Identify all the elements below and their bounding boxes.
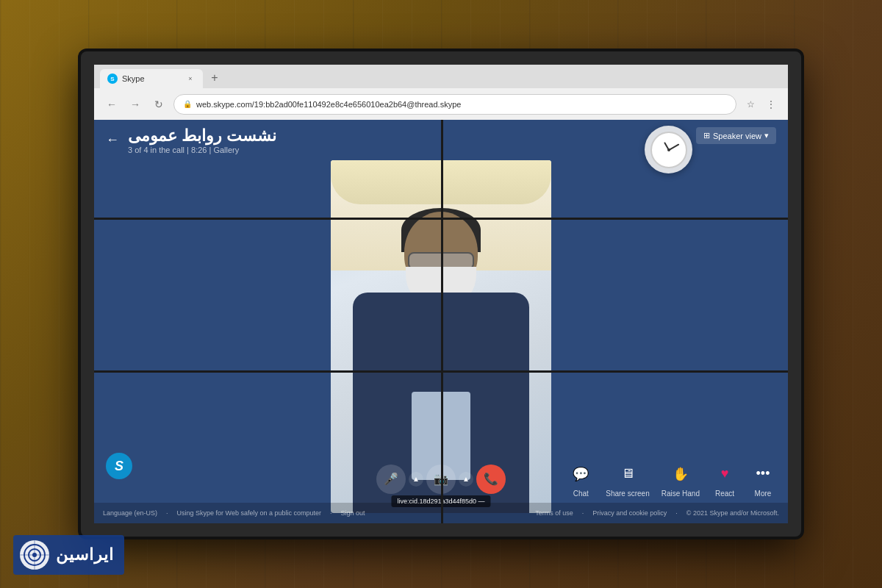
mute-button[interactable]: 🎤 <box>376 465 406 494</box>
back-button[interactable]: ← <box>106 132 119 148</box>
tab-close-button[interactable]: × <box>185 74 196 84</box>
browser-chrome: S Skype × + ← → ↻ 🔒 web.skype.com/19:bb2… <box>94 65 788 120</box>
react-label: React <box>715 490 734 498</box>
refresh-button[interactable]: ↻ <box>150 96 168 113</box>
room-background: live:cid.18d291a3d44f85d0 — ← نشست روابط… <box>0 0 882 588</box>
browser-addressbar: ← → ↻ 🔒 web.skype.com/19:bb2ad00fe110492… <box>94 88 788 120</box>
skype-area: live:cid.18d291a3d44f85d0 — ← نشست روابط… <box>94 120 788 523</box>
url-text: web.skype.com/19:bb2ad00fe110492e8c4e656… <box>196 100 461 109</box>
new-tab-button[interactable]: + <box>206 69 223 87</box>
chat-icon: 💬 <box>567 461 594 487</box>
footer-signout[interactable]: Sign out <box>341 509 365 517</box>
clock-widget <box>645 126 692 173</box>
raise-hand-label: Raise Hand <box>662 490 700 498</box>
browser-tab-skype[interactable]: S Skype × <box>100 69 203 88</box>
lock-icon: 🔒 <box>183 100 192 108</box>
call-title: نشست روابط عمومی <box>128 126 276 146</box>
end-call-button[interactable]: 📞 <box>476 465 506 494</box>
iraseen-logo-icon <box>19 539 50 570</box>
watermark-logo-area: ایراسین <box>13 535 124 575</box>
footer-separator-4: · <box>675 509 678 517</box>
footer-left: Language (en-US) · Using Skype for Web s… <box>103 509 365 517</box>
raise-hand-icon: ✋ <box>667 461 694 487</box>
more-label: More <box>755 490 772 498</box>
bookmark-button[interactable]: ☆ <box>742 96 759 112</box>
tab-title: Skype <box>122 74 145 83</box>
footer-right: Terms of use · Privacy and cookie policy… <box>535 509 779 517</box>
browser-menu-button[interactable]: ⋮ <box>763 96 779 112</box>
raise-hand-control[interactable]: ✋ Raise Hand <box>662 461 700 498</box>
mic-expand-button[interactable]: ▲ <box>409 472 423 487</box>
share-screen-label: Share screen <box>606 490 649 498</box>
tv-screen: live:cid.18d291a3d44f85d0 — ← نشست روابط… <box>94 65 788 523</box>
watermark-text: ایراسین <box>56 545 114 564</box>
chat-label: Chat <box>573 490 589 498</box>
browser-menu-icons: ☆ ⋮ <box>742 96 779 112</box>
browser-tabbar: S Skype × + <box>94 65 788 88</box>
skype-footer: Language (en-US) · Using Skype for Web s… <box>94 503 788 523</box>
call-subtitle: 3 of 4 in the call | 8:26 | Gallery <box>128 146 276 154</box>
chat-control[interactable]: 💬 Chat <box>567 461 594 498</box>
more-icon: ••• <box>750 461 776 487</box>
footer-separator-3: · <box>582 509 584 517</box>
address-bar[interactable]: 🔒 web.skype.com/19:bb2ad00fe110492e8c4e6… <box>173 94 736 115</box>
center-controls: 🎤 ▲ 📷 ▲ 📞 <box>376 465 506 494</box>
footer-separator-1: · <box>166 509 168 517</box>
share-screen-icon: 🖥 <box>614 461 641 487</box>
footer-language[interactable]: Language (en-US) <box>103 509 157 517</box>
footer-privacy[interactable]: Privacy and cookie policy <box>592 509 667 517</box>
footer-copyright: © 2021 Skype and/or Microsoft. <box>686 509 779 517</box>
share-screen-control[interactable]: 🖥 Share screen <box>606 461 649 498</box>
back-nav-button[interactable]: ← <box>103 96 121 113</box>
footer-separator-2: · <box>330 509 332 517</box>
forward-nav-button[interactable]: → <box>126 96 144 113</box>
tv-connector <box>792 250 801 338</box>
footer-terms[interactable]: Terms of use <box>535 509 573 517</box>
right-controls: 💬 Chat 🖥 Share screen ✋ Raise Hand ♥ <box>567 461 776 498</box>
tv-frame: live:cid.18d291a3d44f85d0 — ← نشست روابط… <box>81 51 801 537</box>
footer-safety[interactable]: Using Skype for Web safely on a public c… <box>177 509 321 517</box>
call-controls-bar: 🎤 ▲ 📷 ▲ 📞 💬 Chat 🖥 Share scre <box>94 455 788 503</box>
video-expand-button[interactable]: ▲ <box>459 472 473 487</box>
video-button[interactable]: 📷 <box>426 465 456 494</box>
react-control[interactable]: ♥ React <box>711 461 738 498</box>
react-icon: ♥ <box>711 461 738 487</box>
more-control[interactable]: ••• More <box>750 461 776 498</box>
skype-tab-icon: S <box>107 74 118 84</box>
clock-center <box>667 148 670 151</box>
clock-face <box>650 132 687 168</box>
